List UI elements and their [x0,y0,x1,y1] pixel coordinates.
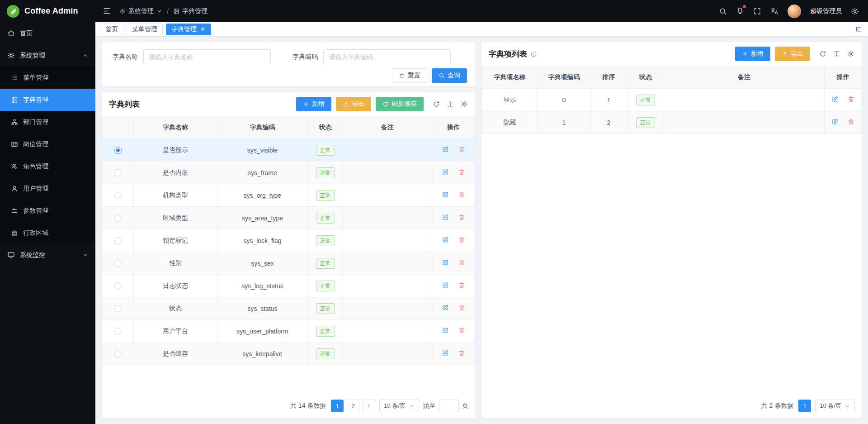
table-row[interactable]: 是否缓存sys_keepalive正常 [102,343,475,365]
layout-toggle-button[interactable] [849,22,868,36]
table-row[interactable]: 显示01正常 [482,89,862,111]
delete-icon[interactable] [458,281,465,289]
collapse-sidebar-icon[interactable] [103,7,111,15]
app-logo[interactable]: Coffee Admin [0,0,95,22]
jump-page-input[interactable] [439,400,459,412]
breadcrumb-dict[interactable]: 字典管理 [173,7,208,15]
page-button-1[interactable]: 1 [798,400,811,412]
dict-name-input[interactable] [143,49,271,64]
edit-icon[interactable] [442,168,449,176]
row-radio[interactable] [114,282,122,290]
user-name[interactable]: 超级管理员 [810,7,842,15]
dict-code-input[interactable] [323,49,451,64]
delete-icon[interactable] [458,259,465,266]
sidebar-item-post[interactable]: 岗位管理 [0,133,95,155]
delete-icon[interactable] [458,214,465,221]
row-radio[interactable] [114,260,122,267]
row-radio[interactable] [114,169,122,176]
table-settings-icon[interactable] [847,50,854,57]
export-dict-button[interactable]: 导出 [336,97,371,111]
next-page-button[interactable] [363,400,375,412]
query-button[interactable]: 查询 [432,68,467,83]
table-row[interactable]: 状态sys_status正常 [102,297,475,320]
edit-icon[interactable] [831,118,839,125]
edit-icon[interactable] [442,214,449,221]
delete-icon[interactable] [458,168,465,176]
sidebar-item-dict[interactable]: 字典管理 [0,89,95,111]
refresh-page-icon[interactable] [833,26,841,33]
table-row[interactable]: 是否内嵌sys_frame正常 [102,162,475,184]
reload-table-icon[interactable] [819,50,826,57]
close-icon[interactable] [200,26,206,32]
row-radio[interactable] [114,237,122,244]
edit-icon[interactable] [442,146,449,153]
tab-home[interactable]: 首页 [100,24,123,35]
page-size-select[interactable]: 10 条/页 [379,400,419,412]
table-row[interactable]: 区域类型sys_area_type正常 [102,207,475,229]
edit-icon[interactable] [442,349,449,357]
sidebar-item-region[interactable]: 行政区域 [0,222,95,244]
page-button-1[interactable]: 1 [331,400,344,412]
table-size-icon[interactable] [833,50,840,57]
edit-icon[interactable] [831,95,839,103]
edit-icon[interactable] [442,327,449,334]
translate-icon[interactable] [770,7,778,15]
row-radio[interactable] [114,214,122,222]
table-row[interactable]: 锁定标记sys_lock_flag正常 [102,229,475,252]
tabs-menu-chevron-icon[interactable] [841,26,849,33]
table-row[interactable]: 机构类型sys_org_type正常 [102,184,475,207]
row-radio[interactable] [114,147,122,154]
dict-name-cell: 性别 [134,252,217,275]
sidebar-item-user[interactable]: 用户管理 [0,177,95,200]
add-dict-button[interactable]: 新增 [296,97,331,111]
breadcrumb-system[interactable]: 系统管理 [119,7,162,15]
table-size-icon[interactable] [447,100,454,108]
sidebar-item-home[interactable]: 首页 [0,22,95,44]
sidebar-item-system[interactable]: 系统管理 [0,44,95,67]
sidebar-item-dept[interactable]: 部门管理 [0,111,95,133]
delete-icon[interactable] [458,236,465,243]
avatar[interactable] [788,5,801,18]
table-row[interactable]: 日志状态sys_log_status正常 [102,275,475,297]
edit-icon[interactable] [442,304,449,311]
delete-icon[interactable] [458,349,465,357]
delete-icon[interactable] [458,146,465,153]
delete-icon[interactable] [848,95,855,103]
fullscreen-icon[interactable] [753,7,761,15]
row-radio[interactable] [114,305,122,312]
sidebar-item-menu[interactable]: 菜单管理 [0,67,95,89]
delete-icon[interactable] [458,327,465,334]
notifications-button[interactable] [736,6,744,16]
export-dict-items-button[interactable]: 导出 [775,47,810,61]
row-radio[interactable] [114,192,122,199]
delete-icon[interactable] [458,191,465,198]
edit-icon[interactable] [442,236,449,243]
export-icon [343,101,349,107]
edit-icon[interactable] [442,191,449,198]
sidebar-item-role[interactable]: 角色管理 [0,155,95,177]
delete-icon[interactable] [848,118,855,125]
edit-icon[interactable] [442,259,449,266]
page-button-2[interactable]: 2 [347,400,359,412]
table-row[interactable]: 用户平台sys_user_platform正常 [102,320,475,343]
info-icon[interactable] [530,51,537,57]
sidebar-item-monitor[interactable]: 系统监控 [0,244,95,266]
sidebar-item-params[interactable]: 参数管理 [0,200,95,222]
settings-gear-icon[interactable] [851,7,859,15]
row-radio[interactable] [114,350,122,357]
search-icon[interactable] [719,7,727,15]
tab-menu[interactable]: 菜单管理 [127,24,163,35]
table-row[interactable]: 隐藏12正常 [482,111,862,134]
table-settings-icon[interactable] [461,100,468,108]
edit-icon[interactable] [442,281,449,289]
reset-button[interactable]: 重置 [392,68,427,83]
add-dict-item-button[interactable]: 新增 [735,47,770,61]
row-radio[interactable] [114,328,122,335]
delete-icon[interactable] [458,304,465,311]
reload-table-icon[interactable] [433,100,440,108]
tab-dict[interactable]: 字典管理 [166,24,211,35]
page-size-select[interactable]: 10 条/页 [815,400,855,412]
refresh-cache-button[interactable]: 刷新缓存 [376,97,424,111]
table-row[interactable]: 是否显示sys_visible正常 [102,139,475,162]
table-row[interactable]: 性别sys_sex正常 [102,252,475,275]
